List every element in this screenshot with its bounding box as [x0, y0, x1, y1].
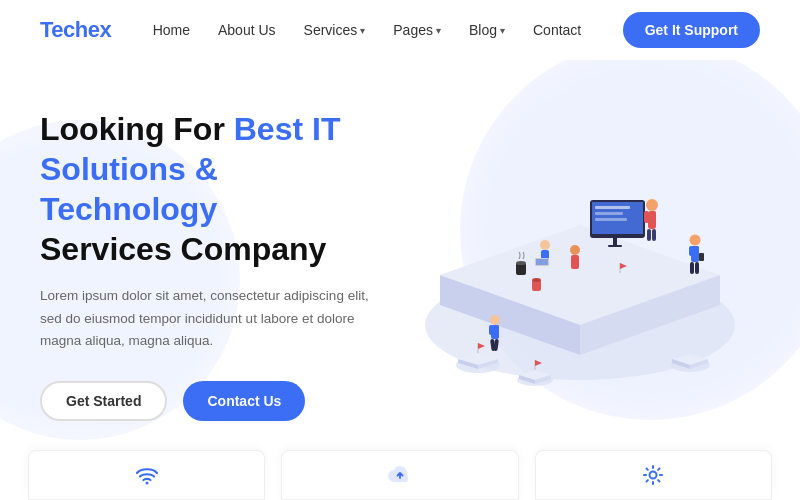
contact-us-button[interactable]: Contact Us	[183, 381, 305, 421]
svg-point-55	[516, 261, 526, 265]
svg-rect-28	[695, 262, 699, 274]
nav-links: Home About Us Services ▾ Pages ▾ Blog ▾ …	[153, 21, 582, 39]
svg-point-59	[650, 472, 657, 479]
chevron-down-icon: ▾	[360, 25, 365, 36]
nav-link-contact[interactable]: Contact	[533, 22, 581, 38]
chevron-down-icon: ▾	[436, 25, 441, 36]
svg-point-57	[532, 278, 541, 282]
nav-item-services[interactable]: Services ▾	[304, 22, 366, 38]
svg-rect-6	[595, 206, 630, 209]
nav-item-contact[interactable]: Contact	[533, 21, 581, 39]
get-support-button[interactable]: Get It Support	[623, 12, 760, 48]
svg-rect-8	[595, 218, 627, 221]
card-item-3[interactable]	[535, 450, 772, 500]
svg-rect-29	[699, 253, 704, 261]
hero-title-prefix: Looking For	[40, 111, 234, 147]
svg-rect-32	[489, 325, 493, 335]
svg-rect-13	[644, 211, 649, 223]
settings-icon	[639, 461, 667, 489]
svg-rect-9	[613, 238, 617, 246]
svg-point-17	[540, 240, 550, 250]
navbar: Techex Home About Us Services ▾ Pages ▾ …	[0, 0, 800, 60]
hero-text-block: Looking For Best IT Solutions & Technolo…	[40, 109, 380, 422]
chevron-down-icon: ▾	[500, 25, 505, 36]
logo-text-blue: ex	[88, 17, 111, 42]
nav-item-home[interactable]: Home	[153, 21, 190, 39]
hero-illustration	[380, 95, 760, 435]
hero-title-highlight: Best IT	[234, 111, 341, 147]
nav-item-blog[interactable]: Blog ▾	[469, 22, 505, 38]
wifi-icon	[133, 461, 161, 489]
nav-link-services[interactable]: Services ▾	[304, 22, 366, 38]
nav-item-pages[interactable]: Pages ▾	[393, 22, 441, 38]
nav-link-about[interactable]: About Us	[218, 22, 276, 38]
nav-link-blog[interactable]: Blog ▾	[469, 22, 505, 38]
svg-rect-7	[595, 212, 623, 215]
hero-title-line2: Solutions & Technology	[40, 151, 218, 227]
svg-rect-22	[571, 255, 579, 269]
card-item-1[interactable]	[28, 450, 265, 500]
svg-rect-20	[536, 259, 548, 265]
card-item-2[interactable]	[281, 450, 518, 500]
logo-text-black: Tech	[40, 17, 88, 42]
svg-rect-14	[651, 211, 656, 223]
hero-description: Lorem ipsum dolor sit amet, consectetur …	[40, 285, 380, 354]
svg-rect-10	[608, 245, 622, 247]
cloud-icon	[386, 461, 414, 489]
svg-rect-25	[689, 246, 693, 256]
svg-rect-16	[652, 229, 656, 241]
svg-rect-15	[647, 229, 651, 241]
hero-title: Looking For Best IT Solutions & Technolo…	[40, 109, 380, 269]
svg-point-21	[570, 245, 580, 255]
isometric-scene-svg	[380, 95, 760, 435]
hero-title-line3: Services Company	[40, 231, 326, 267]
svg-rect-33	[495, 325, 499, 335]
hero-section: Looking For Best IT Solutions & Technolo…	[0, 60, 800, 440]
nav-item-about[interactable]: About Us	[218, 21, 276, 39]
nav-link-pages[interactable]: Pages ▾	[393, 22, 441, 38]
get-started-button[interactable]: Get Started	[40, 381, 167, 421]
hero-buttons: Get Started Contact Us	[40, 381, 380, 421]
svg-point-58	[145, 482, 148, 485]
logo[interactable]: Techex	[40, 17, 111, 43]
svg-point-23	[690, 235, 701, 246]
svg-rect-26	[695, 246, 699, 256]
bottom-cards-strip	[0, 440, 800, 500]
svg-point-11	[646, 199, 658, 211]
svg-point-30	[490, 315, 500, 325]
nav-link-home[interactable]: Home	[153, 22, 190, 38]
svg-rect-27	[690, 262, 694, 274]
